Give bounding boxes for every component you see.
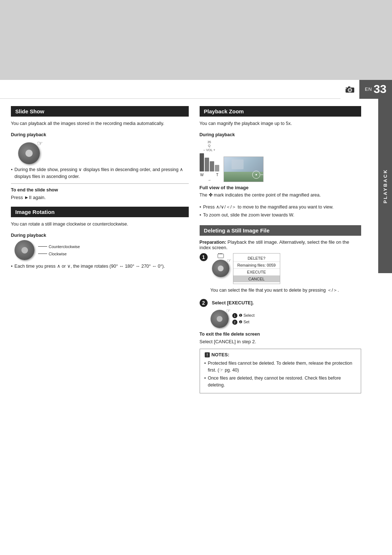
page-number: 33	[373, 82, 387, 96]
deleting-section: Deleting a Still Image File Preparation:…	[200, 225, 362, 393]
image-preview-inner	[224, 157, 263, 182]
step2-controls: ☞ 1 ❶ Select 2 ❷ Set	[211, 310, 362, 328]
camera-icon	[345, 85, 355, 93]
left-column: Slide Show You can playback all the imag…	[11, 106, 189, 400]
dialog-execute-row: EXECUTE	[233, 269, 280, 276]
slide-show-header: Slide Show	[11, 106, 189, 117]
note2: Once files are deleted, they cannot be r…	[204, 375, 357, 389]
step1-dial: ☞	[212, 260, 229, 277]
slide-show-bullet1: During the slide show, pressing ∨ displa…	[11, 166, 189, 180]
num2: 2	[232, 320, 237, 325]
step1-row: 1	[200, 253, 362, 284]
en-label: EN	[365, 86, 372, 92]
dialog-delete-row: DELETE?	[233, 255, 280, 262]
zoom-bullet1: Press ∧/∨/＜/＞ to move to the magnified a…	[200, 204, 362, 211]
t-label: T	[216, 173, 218, 177]
num1: 1	[232, 313, 237, 318]
select-text: ❶ Select	[239, 313, 255, 318]
full-view-desc: The ✤ mark indicates the centre point of…	[200, 192, 362, 199]
notes-header: ! NOTES:	[204, 352, 357, 358]
arrow-label: →	[208, 178, 211, 182]
exit-block: To exit the file delete screen Select [C…	[200, 332, 362, 344]
preparation-block: Preparation: Playback the still image. A…	[200, 239, 362, 250]
svg-rect-4	[346, 88, 347, 89]
zoom-lever: 35Q – VOL + W T →	[200, 140, 219, 182]
counterclockwise-label-row: Counterclockwise	[38, 244, 80, 249]
rotation-during-label: During playback	[11, 233, 189, 238]
rotation-labels: Counterclockwise Clockwise	[38, 244, 80, 256]
step2-number: 2	[200, 299, 208, 307]
set-row: 2 ❷ Set	[232, 320, 255, 325]
delete-dialog: DELETE? Remaining files: 0059 EXECUTE CA…	[233, 253, 280, 284]
divider1	[11, 183, 189, 184]
full-view-label: Full view of the image	[200, 185, 362, 190]
slide-show-during-label: During playback	[11, 132, 189, 137]
page-wrapper: EN 33 Slide Show You can playback all th…	[0, 0, 392, 555]
header-bar: EN 33	[0, 80, 392, 99]
end-label: To end the slide show Press ►II again.	[11, 187, 189, 200]
zoom-bullet2: To zoom out, slide the zoom lever toward…	[200, 212, 362, 219]
memory-card-icon	[217, 253, 224, 258]
set-text: ❷ Set	[239, 320, 250, 324]
rotation-bullet1: Each time you press ∧ or ∨, the image ro…	[11, 263, 189, 270]
image-preview	[224, 157, 264, 182]
notes-box: ! NOTES: Protected files cannot be delet…	[200, 349, 362, 393]
clockwise-label: Clockwise	[49, 252, 67, 256]
svg-rect-7	[220, 253, 221, 254]
svg-rect-8	[221, 253, 222, 254]
top-band	[0, 0, 392, 80]
dialog-remaining-row: Remaining files: 0059	[233, 262, 280, 269]
preparation-label: Preparation:	[200, 240, 226, 245]
slide-show-dial: ☞	[18, 142, 40, 164]
rotation-line-ccw	[38, 246, 47, 247]
rotation-diagram: Counterclockwise Clockwise	[15, 240, 189, 260]
svg-rect-6	[219, 253, 219, 254]
zoom-numbers: 35Q	[208, 140, 211, 147]
image-rotation-header: Image Rotation	[11, 207, 189, 217]
zoom-area: 35Q – VOL + W T →	[200, 140, 362, 182]
step1-number: 1	[200, 253, 208, 261]
camera-icon-box	[340, 80, 359, 99]
playback-zoom-body: You can magnify the playback image up to…	[200, 120, 362, 127]
step1-text: You can select the file that you want to…	[211, 287, 362, 294]
zoom-bars	[200, 153, 219, 171]
right-column: Playback Zoom You can magnify the playba…	[200, 106, 377, 400]
dialog-cancel-row: CANCEL	[233, 276, 280, 282]
page-number-box: EN 33	[359, 80, 392, 99]
playback-zoom-header: Playback Zoom	[200, 106, 362, 117]
counterclockwise-label: Counterclockwise	[49, 244, 80, 249]
step2-row: 2 Select [EXECUTE].	[200, 299, 362, 307]
note1: Protected files cannot be deleted. To de…	[204, 360, 357, 374]
vol-label: – VOL +	[203, 148, 215, 152]
zoom-during-label: During playback	[200, 132, 362, 137]
header-right: EN 33	[340, 80, 392, 99]
step1-content: ☞ DELETE? Remaining files: 0059 EXECUTE …	[212, 253, 362, 284]
step1-icon-area: ☞	[212, 253, 229, 277]
svg-rect-5	[218, 254, 224, 258]
end-text: Press ►II again.	[11, 195, 46, 200]
zoom-wt-labels: W T	[200, 173, 219, 177]
svg-rect-3	[348, 86, 350, 88]
playback-zoom-section: Playback Zoom You can magnify the playba…	[200, 106, 362, 219]
rotation-dial	[15, 240, 34, 260]
dial-inner	[25, 150, 33, 157]
step2-dial: ☞	[211, 310, 229, 328]
slide-show-section: Slide Show You can playback all the imag…	[11, 106, 189, 200]
image-rotation-body: You can rotate a still image clockwise o…	[11, 221, 189, 228]
step2-label: Select [EXECUTE].	[212, 300, 254, 305]
image-rotation-section: Image Rotation You can rotate a still im…	[11, 207, 189, 270]
exit-label: To exit the file delete screen	[200, 332, 362, 337]
slide-show-body: You can playback all the images stored i…	[11, 120, 189, 127]
svg-text:!: !	[207, 353, 208, 357]
select-labels: 1 ❶ Select 2 ❷ Set	[232, 313, 255, 325]
w-label: W	[200, 173, 204, 177]
notes-icon: !	[204, 352, 210, 358]
step1-small-icon	[217, 253, 224, 259]
deleting-header: Deleting a Still Image File	[200, 225, 362, 236]
clockwise-label-row: Clockwise	[38, 252, 80, 256]
playback-side-label: PLAYBACK	[378, 99, 392, 273]
step1-dial-inner	[218, 266, 224, 271]
select-row: 1 ❶ Select	[232, 313, 255, 318]
exit-text: Select [CANCEL] in step 2.	[200, 339, 256, 344]
rotation-line-cw	[38, 254, 47, 254]
